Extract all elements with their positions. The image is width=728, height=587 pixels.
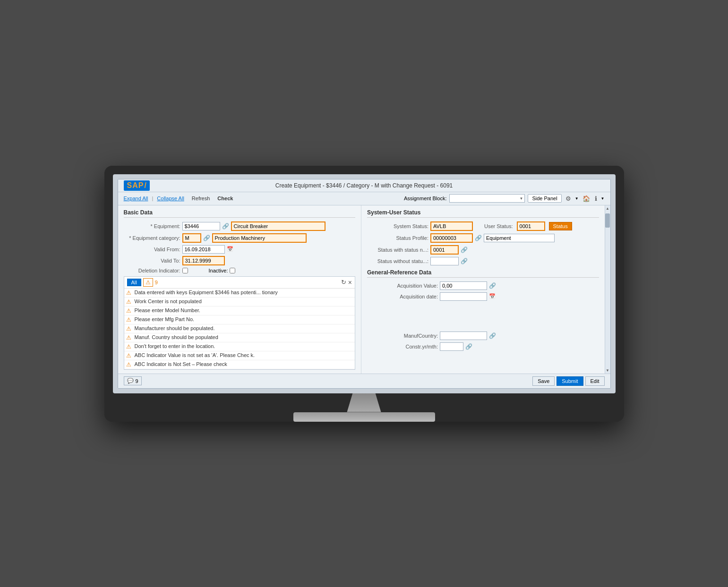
- status-without-link[interactable]: 🔗: [461, 258, 468, 264]
- edit-button[interactable]: Edit: [585, 376, 605, 386]
- assignment-block-area: Assignment Block: Side Panel ⚙ ▼ 🏠 ℹ ▼: [404, 194, 605, 203]
- constr-yr-input[interactable]: [440, 342, 463, 351]
- acquisition-value-link[interactable]: 🔗: [489, 282, 496, 289]
- constr-yr-mth-row: Constr.yr/mth: 🔗: [367, 342, 599, 351]
- acquisition-value-input[interactable]: [440, 281, 487, 290]
- valid-to-input[interactable]: [182, 256, 225, 265]
- status-with-n-link[interactable]: 🔗: [461, 247, 468, 253]
- status-with-n-row: Status with status n...: 🔗: [367, 245, 599, 255]
- notif-close-icon[interactable]: ×: [348, 279, 352, 286]
- manufcountry-label: ManufCountry:: [367, 333, 438, 339]
- notif-text-8: ABC Indicator Value is not set as 'A'. P…: [135, 352, 255, 358]
- warning-tab[interactable]: ⚠: [143, 278, 153, 287]
- assignment-block-select[interactable]: [449, 194, 525, 203]
- save-button[interactable]: Save: [532, 376, 555, 386]
- basic-data-section: Basic Data * Equipment: 🔗 * Equipment ca: [124, 209, 356, 273]
- expand-all-link[interactable]: Expand All: [124, 196, 148, 201]
- valid-from-row: Valid From: 📅: [124, 245, 356, 254]
- deletion-indicator-checkbox[interactable]: [182, 268, 188, 273]
- equipment-category-input[interactable]: [182, 233, 201, 243]
- equipment-label: * Equipment:: [124, 223, 180, 229]
- sap-window: SAP/ Create Equipment - $3446 / Category…: [118, 179, 611, 389]
- collapse-all-link[interactable]: Collapse All: [157, 196, 184, 201]
- bottom-bar: 💬 9 Save Submit Edit: [118, 374, 610, 388]
- status-profile-link[interactable]: 🔗: [475, 235, 482, 241]
- calendar-icon-acq[interactable]: 📅: [489, 293, 496, 299]
- monitor-outer: SAP/ Create Equipment - $3446 / Category…: [104, 166, 624, 422]
- notif-item-7: ⚠ Don't forget to enter in the location.: [124, 342, 355, 351]
- scrollbar-thumb[interactable]: [605, 213, 610, 228]
- notif-item-1: ⚠ Data entered with keys Equipment $3446…: [124, 289, 355, 298]
- help-icon-btn[interactable]: 🏠: [582, 194, 591, 203]
- assignment-block-label: Assignment Block:: [404, 196, 446, 201]
- notif-item-9: ⚠ ABC Indicator is Not Set – Please chec…: [124, 360, 355, 369]
- status-with-n-label: Status with status n...:: [367, 247, 428, 253]
- manufcountry-row: ManufCountry: 🔗: [367, 332, 599, 340]
- right-scrollbar[interactable]: ▲ ▼: [605, 205, 610, 374]
- warning-icon-8: ⚠: [126, 352, 133, 359]
- scroll-up-arrow[interactable]: ▲: [605, 205, 610, 212]
- notif-refresh-icon[interactable]: ↻: [341, 279, 346, 286]
- valid-from-input[interactable]: [182, 245, 225, 254]
- manufcountry-input[interactable]: [440, 332, 487, 340]
- equipment-cat-desc-input[interactable]: [212, 233, 307, 243]
- system-status-row: System Status: User Status: Status: [367, 221, 599, 231]
- user-status-input[interactable]: [517, 221, 545, 231]
- monitor-screen: SAP/ Create Equipment - $3446 / Category…: [113, 174, 616, 393]
- warning-icon-3: ⚠: [126, 307, 133, 314]
- submit-button[interactable]: Submit: [557, 376, 583, 386]
- notif-text-9: ABC Indicator is Not Set – Please check: [135, 361, 227, 367]
- status-without-label: Status without statu...:: [367, 258, 428, 264]
- inactive-checkbox[interactable]: [230, 268, 235, 273]
- notif-header: All ⚠ 9 ↻ ×: [124, 277, 355, 289]
- equipment-category-row: * Equipment category: 🔗: [124, 233, 356, 243]
- settings-arrow[interactable]: ▼: [575, 196, 579, 201]
- notif-item-5: ⚠ Manufacturer should be populated.: [124, 324, 355, 333]
- status-without-row: Status without statu...: 🔗: [367, 257, 599, 265]
- system-status-input[interactable]: [430, 221, 473, 231]
- inactive-label: Inactive:: [209, 268, 228, 273]
- notif-text-7: Don't forget to enter in the location.: [135, 343, 215, 349]
- notif-text-6: Manuf. Country should be populated: [135, 334, 218, 340]
- equipment-cat-link-icon[interactable]: 🔗: [203, 235, 210, 241]
- info-arrow[interactable]: ▼: [601, 196, 605, 201]
- system-status-label: System Status:: [367, 223, 428, 229]
- counter-icon: 💬: [127, 378, 134, 384]
- scroll-down-arrow[interactable]: ▼: [605, 367, 610, 374]
- warning-icon-4: ⚠: [126, 316, 133, 323]
- deletion-indicator-label: Deletion Indicator:: [124, 268, 180, 273]
- calendar-icon-from[interactable]: 📅: [227, 246, 233, 252]
- notif-text-5: Manufacturer should be populated.: [135, 325, 215, 331]
- warning-icon-1: ⚠: [126, 289, 133, 296]
- valid-from-label: Valid From:: [124, 247, 180, 252]
- system-user-status-section: System-User Status System Status: User S…: [367, 209, 599, 265]
- acquisition-date-row: Acquisition date: 📅: [367, 292, 599, 301]
- status-profile-desc-input[interactable]: [484, 234, 555, 242]
- refresh-btn[interactable]: Refresh: [192, 196, 210, 201]
- acquisition-date-input[interactable]: [440, 292, 487, 301]
- status-button[interactable]: Status: [549, 222, 572, 230]
- info-icon-btn[interactable]: ℹ: [594, 194, 598, 203]
- status-profile-input[interactable]: [430, 233, 473, 243]
- status-profile-label: Status Profile:: [367, 235, 428, 241]
- tab-all[interactable]: All: [127, 279, 141, 286]
- status-without-input[interactable]: [430, 257, 459, 265]
- check-btn[interactable]: Check: [217, 196, 233, 201]
- deletion-indicator-row: Deletion Indicator: Inactive:: [124, 268, 356, 273]
- notif-text-3: Please enter Model Number.: [135, 307, 200, 313]
- acquisition-value-label: Acquisition Value:: [367, 283, 438, 289]
- side-panel-button[interactable]: Side Panel: [528, 194, 561, 203]
- status-profile-row: Status Profile: 🔗: [367, 233, 599, 243]
- status-with-n-input[interactable]: [430, 245, 459, 255]
- settings-icon-btn[interactable]: ⚙: [565, 194, 572, 203]
- manufcountry-link[interactable]: 🔗: [489, 332, 496, 339]
- general-ref-title: General-Reference Data: [367, 269, 599, 278]
- monitor-stand: [113, 393, 616, 422]
- equipment-link-icon[interactable]: 🔗: [222, 223, 229, 230]
- equipment-input[interactable]: [182, 222, 220, 230]
- equipment-desc-input[interactable]: [231, 221, 325, 231]
- system-user-status-title: System-User Status: [367, 209, 599, 218]
- general-ref-section: General-Reference Data Acquisition Value…: [367, 269, 599, 351]
- constr-yr-link[interactable]: 🔗: [465, 343, 472, 350]
- acquisition-date-label: Acquisition date:: [367, 294, 438, 299]
